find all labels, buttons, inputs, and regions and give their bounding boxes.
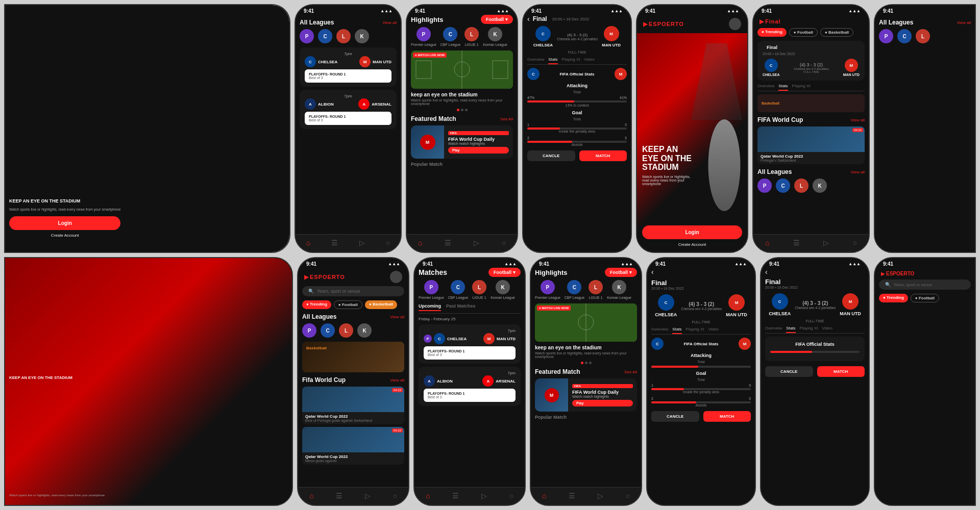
lg-l1-r2p2[interactable]: L [339,323,353,338]
nav-cal-6[interactable]: ☰ [793,239,800,247]
nav-play[interactable]: ▷ [359,239,365,247]
tab-ov-6[interactable]: Overview [757,84,774,91]
view-all-leagues[interactable]: View all [383,20,397,25]
nav-prof-r2p3[interactable]: ○ [509,492,513,500]
lg-kl-6[interactable]: K [813,178,827,193]
lg-cbf-7[interactable]: C [897,29,912,43]
hl-card-1-6[interactable]: 04:22 Qatar World Cup 2022 Portugal v Sw… [757,126,865,164]
login-btn-r1p5[interactable]: Login [642,225,742,239]
lg-l1-r2p4[interactable]: LLIGUE 1 [589,280,603,299]
nav-home-3[interactable]: ⌂ [418,239,422,247]
create-account-r1p5[interactable]: Create Account [642,242,742,247]
tab-xi-4[interactable]: Playing XI [562,57,580,64]
all-leagues-view-r2p2[interactable]: View all [390,315,404,319]
tab-past-r2p3[interactable]: Past Matches [446,303,476,311]
featured-card-r2p4[interactable]: M FIFA FIFA World Cup Daily Watch match … [535,378,637,412]
league-premier[interactable]: P [300,29,314,43]
chip-football-6[interactable]: ● Football [789,28,818,37]
football-dropdown[interactable]: Football▾ [481,15,513,24]
featured-match-card[interactable]: M FIFA FIFA World Cup Daily Watch match … [411,125,513,159]
cancel-button-4[interactable]: CANCLE [527,150,575,161]
tab-ov-r2p6[interactable]: Overview [765,326,782,333]
search-bar-r2p7[interactable]: 🔍 Team, sport or venue [879,279,971,290]
chip-football-r2p7[interactable]: ● Football [911,294,939,302]
hl-card-r2p2-1[interactable]: 04:22 Qatar World Cup 2022 Best of Portu… [302,387,404,424]
nav-profile[interactable]: ○ [386,239,390,247]
match-button-4[interactable]: MATCH [579,150,627,161]
nav-calendar[interactable]: ☰ [331,239,338,247]
tab-xi-r2p5[interactable]: Playing XI [686,327,704,334]
lg-kl-r2p3[interactable]: KKorean League [491,280,515,299]
lg-cbf-6[interactable]: C [776,178,790,193]
chip-trending-r2p7[interactable]: ● Trending [879,294,908,302]
see-all-r2p4[interactable]: See All [624,370,637,374]
back-btn-r2p6[interactable]: ‹ [765,268,768,276]
nav-cal-3[interactable]: ☰ [445,239,451,247]
cancel-btn-r2p6[interactable]: CANCLE [765,366,813,377]
nav-home-6[interactable]: ⌂ [765,239,769,247]
back-btn-r2p5[interactable]: ‹ [651,268,654,276]
lg-kl-r2p4[interactable]: KKorean League [607,280,631,299]
tab-st-6[interactable]: Stats [778,84,788,91]
hl-league-cbf[interactable]: CCBF League [440,27,460,46]
chip-football-r2p2[interactable]: ● Football [334,300,362,309]
tab-vid-r2p6[interactable]: Video [822,326,832,333]
nav-cal-r2p2[interactable]: ☰ [336,492,342,500]
hl-league-kl[interactable]: KKorean League [483,27,507,46]
play-btn-r2p4[interactable]: Play [572,400,633,406]
nav-play-6[interactable]: ▷ [823,239,829,247]
matches-dropdown-r2p3[interactable]: Football▾ [488,268,521,277]
chip-trending-6[interactable]: ● Trending [757,28,787,37]
nav-prof-6[interactable]: ○ [852,239,856,247]
chip-basketball-6[interactable]: ● Basketball [820,28,853,37]
nav-play-r2p4[interactable]: ▷ [598,492,603,500]
tab-xi-6[interactable]: Playing XI [792,84,811,91]
create-account-partial[interactable]: Create Account [9,233,120,238]
tab-vid-r2p5[interactable]: Video [708,327,719,334]
nav-cal-r2p3[interactable]: ☰ [452,492,459,500]
tab-stats-4[interactable]: Stats [548,57,557,64]
league-korean[interactable]: K [355,29,369,43]
hl-card-r2p2-2[interactable]: 04:22 Qatar World Cup 2022 Messi goals a… [302,427,404,465]
lg-l1-r2p3[interactable]: LLIGUE 1 [472,280,486,299]
all-leagues-view-7[interactable]: View all [957,20,971,25]
lg-pl-r2p2[interactable]: P [302,323,316,338]
cancel-btn-r2p5[interactable]: CANCLE [651,411,699,422]
lg-pl-7[interactable]: P [879,29,893,43]
chip-trending-r2p2[interactable]: ● Trending [302,300,331,309]
hl-dropdown-r2p4[interactable]: Football▾ [605,268,637,277]
nav-play-3[interactable]: ▷ [474,239,479,247]
nav-home[interactable]: ⌂ [306,239,310,247]
nav-cal-r2p4[interactable]: ☰ [569,492,575,500]
nav-prof-r2p4[interactable]: ○ [626,492,630,500]
tab-st-r2p6[interactable]: Stats [786,326,795,333]
nav-prof-r2p2[interactable]: ○ [393,492,397,500]
hl-league-l1[interactable]: LLIGUE 1 [464,27,479,46]
tab-st-r2p5[interactable]: Stats [672,327,681,334]
search-bar-r2p2[interactable]: 🔍 Team, sport or venue [302,286,404,296]
nav-play-r2p3[interactable]: ▷ [481,492,487,500]
fifa-view-r2p2[interactable]: View all [390,378,404,382]
match-btn-r2p6[interactable]: MATCH [817,366,865,377]
lg-kl-r2p2[interactable]: K [357,323,372,338]
all-leagues-view-6[interactable]: View all [851,170,865,174]
nav-play-r2p2[interactable]: ▷ [365,492,371,500]
tab-xi-r2p6[interactable]: Playing XI [800,326,818,333]
lg-l1-6[interactable]: L [794,178,808,193]
nav-home-r2p4[interactable]: ⌂ [542,492,546,500]
nav-home-r2p3[interactable]: ⌂ [426,492,430,500]
tab-upcoming-r2p3[interactable]: Upcoming [419,303,441,311]
tab-video-4[interactable]: Video [584,57,595,64]
league-ligue1[interactable]: L [336,29,351,43]
lg-l1-7[interactable]: L [916,29,930,43]
lg-pl-r2p4[interactable]: PPremier League [535,280,560,299]
lg-pl-r2p3[interactable]: PPremier League [419,280,444,299]
lg-cbf-r2p4[interactable]: CCBF League [565,280,584,299]
match-btn-r2p5[interactable]: MATCH [703,411,751,422]
league-cbf[interactable]: C [318,29,332,43]
login-button-partial[interactable]: Login [9,216,120,230]
play-button[interactable]: Play [448,147,509,154]
lg-cbf-r2p3[interactable]: CCBF League [448,280,468,299]
nav-prof-3[interactable]: ○ [502,239,506,247]
tab-overview-4[interactable]: Overview [527,57,544,64]
